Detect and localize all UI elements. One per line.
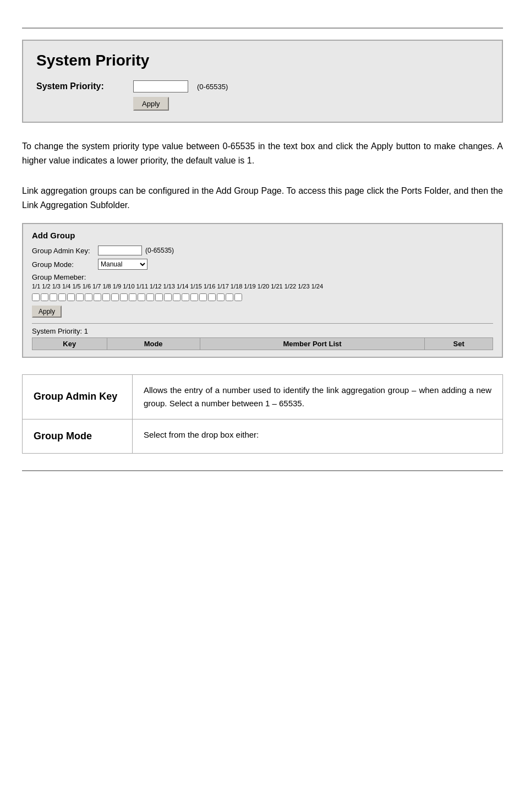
group-member-label: Group Memeber: <box>32 273 493 281</box>
port-checkbox-20[interactable] <box>199 293 207 301</box>
port-checkbox-19[interactable] <box>190 293 198 301</box>
system-priority-label: System Priority: <box>36 81 124 91</box>
info-term-group-mode: Group Mode <box>23 419 133 453</box>
summary-table: Key Mode Member Port List Set <box>32 337 493 350</box>
info-row-group-admin-key: Group Admin Key Allows the entry of a nu… <box>23 374 503 419</box>
info-table: Group Admin Key Allows the entry of a nu… <box>22 374 503 454</box>
port-checkbox-21[interactable] <box>208 293 216 301</box>
summary-table-header-set: Set <box>425 337 493 350</box>
system-priority-input[interactable] <box>133 80 188 92</box>
bottom-line <box>22 470 503 471</box>
port-checkbox-15[interactable] <box>155 293 163 301</box>
info-term-group-admin-key: Group Admin Key <box>23 374 133 419</box>
summary-table-header-mode: Mode <box>107 337 200 350</box>
description1: To change the system priority type value… <box>22 139 503 167</box>
port-checkbox-6[interactable] <box>76 293 84 301</box>
group-mode-row: Group Mode: Manual LACP <box>32 259 493 270</box>
group-admin-key-input[interactable] <box>98 246 142 255</box>
port-checkbox-9[interactable] <box>102 293 110 301</box>
port-checkbox-14[interactable] <box>146 293 154 301</box>
port-checkbox-17[interactable] <box>173 293 181 301</box>
port-checkbox-22[interactable] <box>217 293 225 301</box>
port-checkbox-24[interactable] <box>234 293 242 301</box>
system-priority-range-hint: (0-65535) <box>197 83 228 91</box>
top-divider <box>22 28 503 29</box>
port-checkbox-16[interactable] <box>164 293 172 301</box>
group-mode-select[interactable]: Manual LACP <box>98 259 147 270</box>
system-priority-title: System Priority <box>36 52 489 69</box>
port-checkbox-5[interactable] <box>67 293 75 301</box>
info-row-group-mode: Group Mode Select from the drop box eith… <box>23 419 503 453</box>
summary-system-priority-value: 1 <box>84 327 88 335</box>
summary-table-header-row: Key Mode Member Port List Set <box>32 337 493 350</box>
group-admin-key-range: (0-65535) <box>145 247 174 254</box>
summary-divider <box>32 323 493 324</box>
system-priority-apply-button[interactable]: Apply <box>133 97 169 111</box>
description2: Link aggregation groups can be configure… <box>22 184 503 212</box>
port-checkbox-3[interactable] <box>50 293 57 301</box>
port-checkbox-13[interactable] <box>138 293 145 301</box>
apply-button-wrap: Apply <box>133 97 489 111</box>
port-checkbox-23[interactable] <box>226 293 233 301</box>
system-priority-row: System Priority: (0-65535) <box>36 80 489 92</box>
group-admin-key-row: Group Admin Key: (0-65535) <box>32 246 493 255</box>
page-container: System Priority System Priority: (0-6553… <box>0 0 525 812</box>
port-checkbox-18[interactable] <box>182 293 189 301</box>
info-definition-group-mode: Select from the drop box either: <box>133 419 503 453</box>
port-numbers-row: 1/1 1/2 1/3 1/4 1/5 1/6 1/7 1/8 1/9 1/10… <box>32 282 493 291</box>
port-checkbox-10[interactable] <box>111 293 119 301</box>
port-checkbox-1[interactable] <box>32 293 40 301</box>
system-priority-box: System Priority System Priority: (0-6553… <box>22 40 503 123</box>
group-mode-label: Group Mode: <box>32 260 98 269</box>
port-checkbox-2[interactable] <box>41 293 48 301</box>
add-group-title: Add Group <box>32 231 493 240</box>
summary-system-priority: System Priority: 1 <box>32 327 493 335</box>
port-checkbox-11[interactable] <box>120 293 128 301</box>
summary-system-priority-label: System Priority: <box>32 327 82 335</box>
info-definition-group-admin-key: Allows the entry of a number used to ide… <box>133 374 503 419</box>
summary-table-header-member-port-list: Member Port List <box>200 337 425 350</box>
group-admin-key-label: Group Admin Key: <box>32 247 98 255</box>
add-group-apply-button[interactable]: Apply <box>32 306 62 318</box>
add-group-box: Add Group Group Admin Key: (0-65535) Gro… <box>22 223 503 357</box>
port-checkbox-12[interactable] <box>129 293 136 301</box>
checkboxes-row <box>32 293 493 301</box>
summary-table-header-key: Key <box>32 337 107 350</box>
port-checkbox-4[interactable] <box>58 293 66 301</box>
port-checkbox-8[interactable] <box>94 293 101 301</box>
port-checkbox-7[interactable] <box>85 293 92 301</box>
